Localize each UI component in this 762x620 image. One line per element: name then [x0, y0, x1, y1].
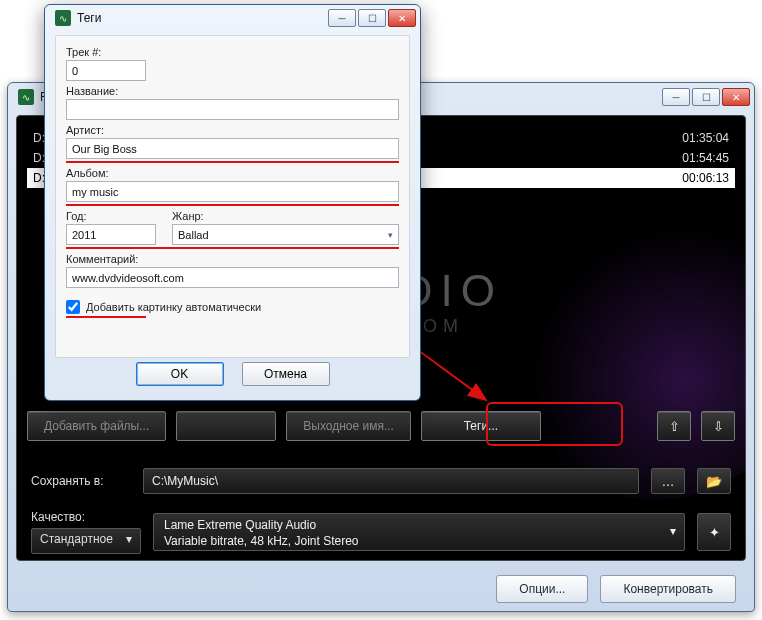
quality-detail-select[interactable]: Lame Extreme Quality Audio Variable bitr… — [153, 513, 685, 551]
comment-input[interactable] — [66, 267, 399, 288]
save-path-label: Сохранять в: — [31, 474, 131, 488]
open-folder-button[interactable]: 📂 — [697, 468, 731, 494]
name-input[interactable] — [66, 99, 399, 120]
comment-label: Комментарий: — [66, 253, 399, 265]
annotation-underline — [66, 247, 399, 249]
annotation-underline — [66, 316, 146, 318]
dialog-button-bar: OK Отмена — [45, 362, 420, 392]
name-label: Название: — [66, 85, 399, 97]
track-time: 00:06:13 — [682, 171, 729, 185]
bottom-bar: Опции... Конвертировать — [8, 567, 754, 611]
artist-label: Артист: — [66, 124, 399, 136]
convert-button[interactable]: Конвертировать — [600, 575, 736, 603]
move-up-button[interactable]: ⇧ — [657, 411, 691, 441]
minimize-button[interactable]: ─ — [662, 88, 690, 106]
quality-preset-select[interactable]: Стандартное — [31, 528, 141, 554]
browse-button[interactable]: … — [651, 468, 685, 494]
cancel-button[interactable]: Отмена — [242, 362, 330, 386]
year-label: Год: — [66, 210, 156, 222]
dialog-maximize-button[interactable]: ☐ — [358, 9, 386, 27]
ok-button[interactable]: OK — [136, 362, 224, 386]
maximize-button[interactable]: ☐ — [692, 88, 720, 106]
decor-glow — [505, 200, 746, 500]
dialog-titlebar: ∿ Теги ─ ☐ ✕ — [45, 5, 420, 31]
genre-label: Жанр: — [172, 210, 399, 222]
dialog-close-button[interactable]: ✕ — [388, 9, 416, 27]
app-icon: ∿ — [18, 89, 34, 105]
album-input[interactable] — [66, 181, 399, 202]
genre-select[interactable]: Ballad — [172, 224, 399, 245]
autoimage-checkbox[interactable] — [66, 300, 80, 314]
track-time: 01:54:45 — [682, 151, 729, 165]
annotation-underline — [66, 161, 399, 163]
save-path-row: Сохранять в: … 📂 — [31, 468, 731, 494]
quality-row: Качество: Стандартное Lame Extreme Quali… — [31, 510, 731, 554]
dialog-minimize-button[interactable]: ─ — [328, 9, 356, 27]
year-input[interactable] — [66, 224, 156, 245]
save-path-input[interactable] — [143, 468, 639, 494]
dialog-icon: ∿ — [55, 10, 71, 26]
output-name-button[interactable]: Выходное имя... — [286, 411, 411, 441]
quality-wizard-button[interactable]: ✦ — [697, 513, 731, 551]
track-time: 01:35:04 — [682, 131, 729, 145]
options-button[interactable]: Опции... — [496, 575, 588, 603]
autoimage-label[interactable]: Добавить картинку автоматически — [86, 301, 261, 313]
artist-input[interactable] — [66, 138, 399, 159]
dialog-client: Трек #: Название: Артист: Альбом: Год: Ж… — [55, 35, 410, 358]
add-files-button[interactable]: Добавить файлы... — [27, 411, 166, 441]
quality-label: Качество: — [31, 510, 131, 524]
remove-button[interactable] — [176, 411, 276, 441]
dialog-title: Теги — [77, 11, 101, 25]
trackno-label: Трек #: — [66, 46, 399, 58]
move-down-button[interactable]: ⇩ — [701, 411, 735, 441]
close-button[interactable]: ✕ — [722, 88, 750, 106]
toolbar-row: Добавить файлы... Выходное имя... Теги..… — [27, 409, 735, 443]
tags-dialog: ∿ Теги ─ ☐ ✕ Трек #: Название: Артист: А… — [44, 4, 421, 401]
trackno-input[interactable] — [66, 60, 146, 81]
autoimage-row: Добавить картинку автоматически — [66, 300, 399, 314]
tags-button[interactable]: Теги... — [421, 411, 541, 441]
album-label: Альбом: — [66, 167, 399, 179]
